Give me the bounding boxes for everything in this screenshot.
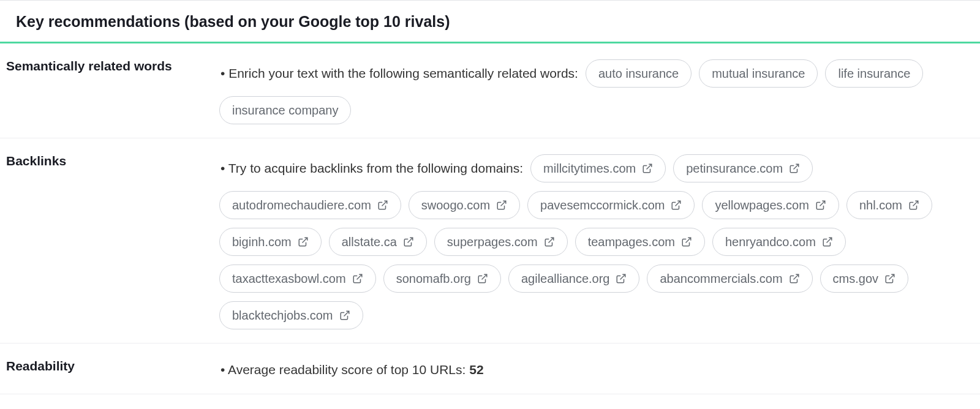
backlink-chip-label: teampages.com xyxy=(588,233,675,250)
backlinks-intro-text: Try to acquire backlinks from the follow… xyxy=(219,158,523,179)
backlink-chip[interactable]: allstate.ca xyxy=(329,228,427,256)
semantic-chip[interactable]: life insurance xyxy=(825,59,923,88)
backlink-chip-label: swoogo.com xyxy=(421,197,490,214)
backlink-chip[interactable]: taxacttexasbowl.com xyxy=(219,265,376,293)
external-link-icon xyxy=(339,310,350,321)
backlink-chip[interactable]: cms.gov xyxy=(820,265,908,293)
backlink-chip[interactable]: autodromechaudiere.com xyxy=(219,191,401,219)
section-content-semantic: Enrich your text with the following sema… xyxy=(219,57,974,124)
backlink-chip-label: biginh.com xyxy=(232,233,292,250)
backlink-chip-label: nhl.com xyxy=(859,197,902,214)
backlink-chip[interactable]: nhl.com xyxy=(846,191,932,219)
section-semantic: Semantically related words Enrich your t… xyxy=(0,43,980,138)
section-readability: Readability Average readability score of… xyxy=(0,343,980,394)
backlink-chip-label: superpages.com xyxy=(447,233,538,250)
backlink-chip[interactable]: sonomafb.org xyxy=(383,265,501,293)
backlink-chip[interactable]: superpages.com xyxy=(434,228,568,256)
backlink-chip-label: allstate.ca xyxy=(342,233,397,250)
backlink-chip-label: blacktechjobs.com xyxy=(232,307,333,324)
backlink-chip[interactable]: agilealliance.org xyxy=(508,265,640,293)
backlink-chip-label: taxacttexasbowl.com xyxy=(232,270,346,287)
external-link-icon xyxy=(616,273,627,284)
backlink-chip[interactable]: teampages.com xyxy=(575,228,705,256)
backlink-chip-label: henryandco.com xyxy=(725,233,816,250)
semantic-intro-text: Enrich your text with the following sema… xyxy=(219,63,578,84)
readability-value: 52 xyxy=(469,362,483,377)
external-link-icon xyxy=(496,200,507,211)
backlink-chip-label: petinsurance.com xyxy=(686,160,783,177)
external-link-icon xyxy=(544,236,555,247)
external-link-icon xyxy=(477,273,488,284)
backlink-chip-label: sonomafb.org xyxy=(396,270,471,287)
semantic-chip[interactable]: mutual insurance xyxy=(699,59,818,88)
external-link-icon xyxy=(789,163,800,174)
backlink-chip[interactable]: petinsurance.com xyxy=(673,154,813,182)
backlink-chip-label: pavesemccormick.com xyxy=(540,197,665,214)
external-link-icon xyxy=(377,200,388,211)
external-link-icon xyxy=(884,273,895,284)
external-link-icon xyxy=(789,273,800,284)
readability-text: Average readability score of top 10 URLs… xyxy=(219,359,484,380)
backlink-chip-label: yellowpages.com xyxy=(715,197,809,214)
backlink-chip[interactable]: millcitytimes.com xyxy=(530,154,666,182)
external-link-icon xyxy=(815,200,826,211)
external-link-icon xyxy=(822,236,833,247)
backlink-chip-label: abancommercials.com xyxy=(660,270,782,287)
backlink-chip[interactable]: blacktechjobs.com xyxy=(219,301,363,329)
backlinks-chip-row: Try to acquire backlinks from the follow… xyxy=(219,154,974,329)
external-link-icon xyxy=(908,200,919,211)
section-label-backlinks: Backlinks xyxy=(6,152,219,170)
section-textlength: Text length Recommended text length: 758… xyxy=(0,394,980,409)
external-link-icon xyxy=(403,236,414,247)
recommendations-panel: Key recommendations (based on your Googl… xyxy=(0,0,980,409)
page-title: Key recommendations (based on your Googl… xyxy=(0,1,980,42)
external-link-icon xyxy=(298,236,309,247)
section-content-backlinks: Try to acquire backlinks from the follow… xyxy=(219,152,974,329)
semantic-chip[interactable]: auto insurance xyxy=(586,59,692,88)
external-link-icon xyxy=(642,163,653,174)
backlink-chip[interactable]: yellowpages.com xyxy=(702,191,839,219)
backlink-chip[interactable]: abancommercials.com xyxy=(647,265,812,293)
backlink-chip-label: cms.gov xyxy=(833,270,878,287)
readability-prefix: Average readability score of top 10 URLs… xyxy=(228,362,469,377)
external-link-icon xyxy=(681,236,692,247)
external-link-icon xyxy=(671,200,682,211)
backlink-chip[interactable]: pavesemccormick.com xyxy=(527,191,695,219)
backlink-chip[interactable]: biginh.com xyxy=(219,228,322,256)
backlink-chip-label: autodromechaudiere.com xyxy=(232,197,371,214)
backlink-chip-label: agilealliance.org xyxy=(521,270,610,287)
section-content-readability: Average readability score of top 10 URLs… xyxy=(219,357,974,380)
semantic-chip-row: Enrich your text with the following sema… xyxy=(219,59,974,124)
external-link-icon xyxy=(352,273,363,284)
backlink-chip[interactable]: henryandco.com xyxy=(712,228,846,256)
section-label-semantic: Semantically related words xyxy=(6,57,219,75)
semantic-chip[interactable]: insurance company xyxy=(219,96,351,124)
backlink-chip[interactable]: swoogo.com xyxy=(409,191,520,219)
section-label-readability: Readability xyxy=(6,357,219,375)
backlink-chip-label: millcitytimes.com xyxy=(543,160,636,177)
section-backlinks: Backlinks Try to acquire backlinks from … xyxy=(0,138,980,343)
